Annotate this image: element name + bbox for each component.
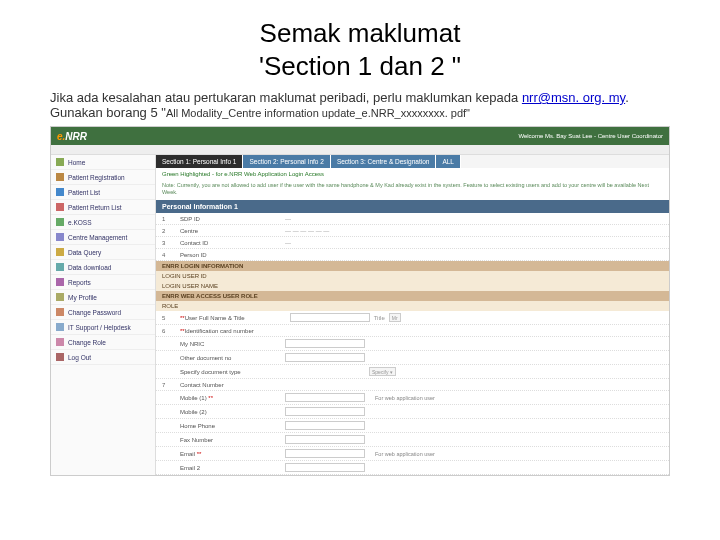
row-role: ROLE bbox=[156, 301, 669, 311]
sidebar-item-data-download[interactable]: Data download bbox=[51, 260, 155, 275]
panel-header: Personal Information 1 bbox=[156, 200, 669, 213]
mobile2-input[interactable] bbox=[285, 407, 365, 416]
ekoss-icon bbox=[56, 218, 64, 226]
list-icon bbox=[56, 188, 64, 196]
sidebar-item-home[interactable]: Home bbox=[51, 155, 155, 170]
row-idnum: 6**Identification card number bbox=[156, 325, 669, 337]
row-email2: Email 2 bbox=[156, 461, 669, 475]
row-otherdoc: Other document no bbox=[156, 351, 669, 365]
sidebar-item-change-role[interactable]: Change Role bbox=[51, 335, 155, 350]
sidebar-item-change-pwd[interactable]: Change Password bbox=[51, 305, 155, 320]
return-icon bbox=[56, 203, 64, 211]
logout-icon bbox=[56, 353, 64, 361]
sidebar-item-profile[interactable]: My Profile bbox=[51, 290, 155, 305]
profile-icon bbox=[56, 293, 64, 301]
row-doctype: Specify document typeSpecify ▾ bbox=[156, 365, 669, 379]
welcome-text: Welcome Ms. Bay Suat Lee - Centre User C… bbox=[518, 133, 663, 139]
email2-input[interactable] bbox=[285, 463, 365, 472]
support-icon bbox=[56, 323, 64, 331]
sidebar-item-logout[interactable]: Log Out bbox=[51, 350, 155, 365]
fullname-input[interactable] bbox=[290, 313, 370, 322]
row-fax: Fax Number bbox=[156, 433, 669, 447]
app-screenshot: e.NRR Welcome Ms. Bay Suat Lee - Centre … bbox=[50, 126, 670, 476]
homephone-input[interactable] bbox=[285, 421, 365, 430]
reports-icon bbox=[56, 278, 64, 286]
note-info: Note: Currently, you are not allowed to … bbox=[156, 180, 669, 200]
login-header: ENRR LOGIN INFORMATION bbox=[156, 261, 669, 271]
register-icon bbox=[56, 173, 64, 181]
row-personid: 4Person ID bbox=[156, 249, 669, 261]
centre-icon bbox=[56, 233, 64, 241]
sidebar-item-data-query[interactable]: Data Query bbox=[51, 245, 155, 260]
sidebar-item-centre-mgmt[interactable]: Centre Management bbox=[51, 230, 155, 245]
mobile1-input[interactable] bbox=[285, 393, 365, 402]
tab-section1[interactable]: Section 1: Personal Info 1 bbox=[156, 155, 243, 168]
sidebar-item-patient-list[interactable]: Patient List bbox=[51, 185, 155, 200]
row-contact: 7Contact Number bbox=[156, 379, 669, 391]
otherdoc-input[interactable] bbox=[285, 353, 365, 362]
role-header: ENRR WEB ACCESS USER ROLE bbox=[156, 291, 669, 301]
slide-subtitle: 'Section 1 dan 2 " bbox=[20, 51, 700, 82]
nric-input[interactable] bbox=[285, 339, 365, 348]
sidebar-item-ekoss[interactable]: e.KOSS bbox=[51, 215, 155, 230]
password-icon bbox=[56, 308, 64, 316]
content: Section 1: Personal Info 1 Section 2: Pe… bbox=[156, 155, 669, 475]
email-input[interactable] bbox=[285, 449, 365, 458]
row-contactid: 3Contact ID— bbox=[156, 237, 669, 249]
download-icon bbox=[56, 263, 64, 271]
row-nric: My NRIC bbox=[156, 337, 669, 351]
sidebar-item-return-list[interactable]: Patient Return List bbox=[51, 200, 155, 215]
row-login-user: LOGIN USER ID bbox=[156, 271, 669, 281]
doctype-select[interactable]: Specify ▾ bbox=[369, 367, 396, 376]
fax-input[interactable] bbox=[285, 435, 365, 444]
row-email: Email **For web application user bbox=[156, 447, 669, 461]
tabs: Section 1: Personal Info 1 Section 2: Pe… bbox=[156, 155, 669, 168]
sidebar-item-support[interactable]: IT Support / Helpdesk bbox=[51, 320, 155, 335]
sidebar-item-reports[interactable]: Reports bbox=[51, 275, 155, 290]
row-mobile1: Mobile (1) **For web application user bbox=[156, 391, 669, 405]
row-mobile2: Mobile (2) bbox=[156, 405, 669, 419]
sidebar: Home Patient Registration Patient List P… bbox=[51, 155, 156, 475]
row-homephone: Home Phone bbox=[156, 419, 669, 433]
role-icon bbox=[56, 338, 64, 346]
query-icon bbox=[56, 248, 64, 256]
email-link[interactable]: nrr@msn. org. my bbox=[522, 90, 625, 105]
sidebar-item-patient-reg[interactable]: Patient Registration bbox=[51, 170, 155, 185]
row-sdpid: 1SDP ID— bbox=[156, 213, 669, 225]
row-login-name: LOGIN USER NAME bbox=[156, 281, 669, 291]
note-green: Green Highlighted - for e.NRR Web Applic… bbox=[156, 168, 669, 180]
tab-section2[interactable]: Section 2: Personal Info 2 bbox=[243, 155, 330, 168]
row-fullname: 5**User Full Name & TitleTitleMr bbox=[156, 311, 669, 325]
toolbar bbox=[51, 145, 669, 155]
row-centre: 2Centre— — — — — — bbox=[156, 225, 669, 237]
slide-desc: Jika ada kesalahan atau pertukaran maklu… bbox=[50, 90, 670, 120]
tab-all[interactable]: ALL bbox=[436, 155, 461, 168]
tab-section3[interactable]: Section 3: Centre & Designation bbox=[331, 155, 437, 168]
topbar: e.NRR Welcome Ms. Bay Suat Lee - Centre … bbox=[51, 127, 669, 145]
slide-title: Semak maklumat bbox=[20, 18, 700, 49]
logo: e.NRR bbox=[57, 131, 87, 142]
title-select[interactable]: Mr bbox=[389, 313, 401, 322]
home-icon bbox=[56, 158, 64, 166]
